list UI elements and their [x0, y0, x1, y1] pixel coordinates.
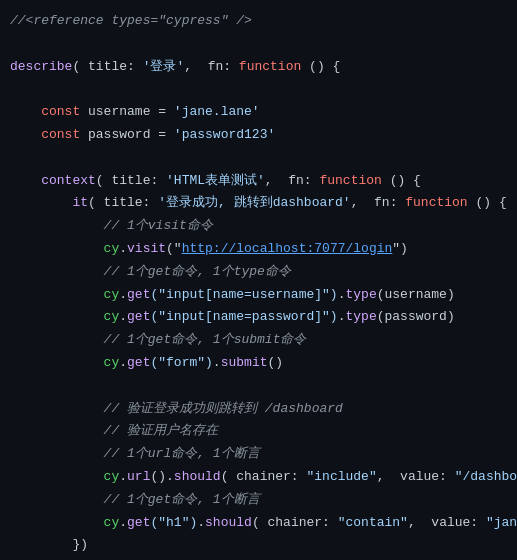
- code-line: cy.visit("http://localhost:7077/login"): [0, 238, 517, 261]
- code-token: const: [10, 127, 80, 142]
- code-token: .: [213, 355, 221, 370]
- code-token: "contain": [338, 515, 408, 530]
- code-token: () {: [468, 195, 507, 210]
- code-token: // 1个get命令, 1个submit命令: [10, 332, 306, 347]
- code-token: .: [197, 515, 205, 530]
- code-token: cy: [10, 309, 119, 324]
- code-token: // 1个visit命令: [10, 218, 213, 233]
- line-content: cy.visit("http://localhost:7077/login"): [10, 239, 501, 260]
- code-token: get: [127, 309, 150, 324]
- code-token: cy: [10, 515, 119, 530]
- code-line: const username = 'jane.lane': [0, 101, 517, 124]
- code-token: get: [127, 287, 150, 302]
- code-token: (username): [377, 287, 455, 302]
- code-token: "include": [306, 469, 376, 484]
- code-token: should: [174, 469, 221, 484]
- code-token: it: [10, 195, 88, 210]
- code-token: , fn:: [351, 195, 406, 210]
- code-token: '登录成功, 跳转到dashboard': [158, 195, 350, 210]
- line-content: // 1个get命令, 1个断言: [10, 490, 501, 511]
- line-content: // 验证登录成功则跳转到 /dashboard: [10, 399, 501, 420]
- code-token: // 1个get命令, 1个type命令: [10, 264, 291, 279]
- code-token: cy: [10, 287, 119, 302]
- code-token: ( chainer:: [252, 515, 338, 530]
- line-content: }): [10, 535, 501, 556]
- code-token: function: [239, 59, 301, 74]
- code-token: const: [10, 104, 80, 119]
- code-line: // 验证登录成功则跳转到 /dashboard: [0, 398, 517, 421]
- code-token: should: [205, 515, 252, 530]
- code-token: .: [119, 515, 127, 530]
- code-token: // 1个get命令, 1个断言: [10, 492, 260, 507]
- code-token: cy: [10, 241, 119, 256]
- code-token: function: [405, 195, 467, 210]
- code-token: , value:: [377, 469, 455, 484]
- line-content: const username = 'jane.lane': [10, 102, 501, 123]
- line-content: // 验证用户名存在: [10, 421, 501, 442]
- line-content: describe( title: '登录', fn: function () {: [10, 57, 501, 78]
- line-content: cy.get("h1").should( chainer: "contain",…: [10, 513, 517, 534]
- code-line: [0, 33, 517, 56]
- code-token: "jane.lane": [486, 515, 517, 530]
- line-content: context( title: 'HTML表单测试', fn: function…: [10, 171, 501, 192]
- code-token: get: [127, 355, 150, 370]
- code-line: cy.get("form").submit(): [0, 352, 517, 375]
- code-token: "): [392, 241, 408, 256]
- code-token: ("h1"): [150, 515, 197, 530]
- code-token: // 验证用户名存在: [10, 423, 218, 438]
- code-line: [0, 375, 517, 398]
- code-token: context: [10, 173, 96, 188]
- line-content: [10, 376, 501, 397]
- code-token: ( chainer:: [221, 469, 307, 484]
- code-token: (password): [377, 309, 455, 324]
- code-line: describe( title: '登录', fn: function () {: [0, 56, 517, 79]
- code-token: <reference types=: [26, 13, 159, 28]
- code-token: url: [127, 469, 150, 484]
- code-token: .: [119, 241, 127, 256]
- line-content: [10, 148, 501, 169]
- code-token: 'jane.lane': [174, 104, 260, 119]
- code-token: '登录': [143, 59, 185, 74]
- line-content: it( title: '登录成功, 跳转到dashboard', fn: fun…: [10, 193, 507, 214]
- code-line: it( title: '登录成功, 跳转到dashboard', fn: fun…: [0, 192, 517, 215]
- code-line: cy.get("input[name=password]").type(pass…: [0, 306, 517, 329]
- code-token: () {: [301, 59, 340, 74]
- code-token: ( title:: [88, 195, 158, 210]
- code-token: }): [10, 537, 88, 552]
- code-token: />: [228, 13, 251, 28]
- code-line: const password = 'password123': [0, 124, 517, 147]
- code-line: context( title: 'HTML表单测试', fn: function…: [0, 170, 517, 193]
- line-content: [10, 79, 501, 100]
- code-token: .: [119, 287, 127, 302]
- code-token: , fn:: [184, 59, 239, 74]
- code-token: type: [345, 309, 376, 324]
- line-content: cy.get("form").submit(): [10, 353, 501, 374]
- code-token: // 验证登录成功则跳转到 /dashboard: [10, 401, 343, 416]
- code-token: password =: [80, 127, 174, 142]
- code-token: .: [119, 469, 127, 484]
- line-content: // 1个get命令, 1个type命令: [10, 262, 501, 283]
- line-content: cy.url().should( chainer: "include", val…: [10, 467, 517, 488]
- code-token: 'password123': [174, 127, 275, 142]
- code-token: , value:: [408, 515, 486, 530]
- code-token: (": [166, 241, 182, 256]
- code-token: username =: [80, 104, 174, 119]
- line-content: cy.get("input[name=username]").type(user…: [10, 285, 501, 306]
- code-token: (): [267, 355, 283, 370]
- code-token: .: [119, 309, 127, 324]
- line-content: const password = 'password123': [10, 125, 501, 146]
- code-token: http://localhost:7077/login: [182, 241, 393, 256]
- code-token: // 1个url命令, 1个断言: [10, 446, 260, 461]
- code-line: // 1个visit命令: [0, 215, 517, 238]
- code-line: // 1个url命令, 1个断言: [0, 443, 517, 466]
- line-content: //<reference types="cypress" />: [10, 11, 501, 32]
- code-token: describe: [10, 59, 72, 74]
- code-line: }): [0, 534, 517, 557]
- code-line: //<reference types="cypress" />: [0, 10, 517, 33]
- line-content: [10, 34, 501, 55]
- code-token: cy: [10, 469, 119, 484]
- code-token: get: [127, 515, 150, 530]
- code-line: cy.get("h1").should( chainer: "contain",…: [0, 512, 517, 535]
- code-token: () {: [382, 173, 421, 188]
- line-content: cy.get("input[name=password]").type(pass…: [10, 307, 501, 328]
